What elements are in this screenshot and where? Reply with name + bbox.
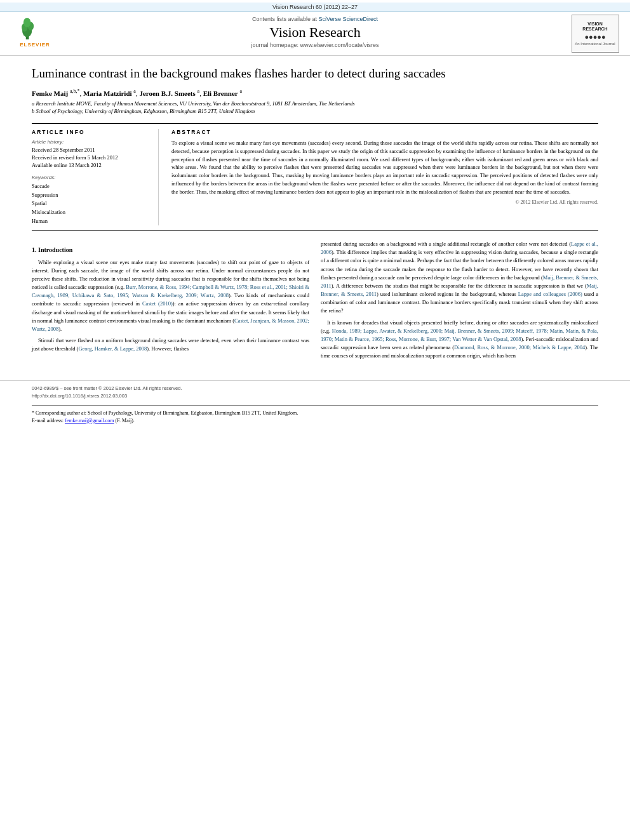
article-info-abstract: Article Info Article history: Received 2… [32,123,598,231]
article-info-label: Article Info [32,129,151,135]
article-content: Luminance contrast in the background mak… [0,56,630,374]
article-history-label: Article history: [32,139,151,145]
affil-sup-a2: a [198,88,200,94]
intro-p4: It is known for decades that visual obje… [321,319,598,361]
keyword-human: Human [32,217,151,226]
ref-diamond[interactable]: Diamond, Ross, & Morrone, 2000; Michels … [454,344,585,350]
journal-header: Vision Research 60 (2012) 22–27 ELSEVIER… [0,0,630,56]
article-title: Luminance contrast in the background mak… [32,66,598,82]
body-col-left: 1. Introduction While exploring a visual… [32,240,309,363]
intro-p3: presented during saccades on a backgroun… [321,240,598,316]
ref-lappe2006[interactable]: Lappe et al., 2006 [321,241,598,255]
ref-georg[interactable]: Georg, Hamker, & Lappe, 2008 [78,345,147,352]
affiliations: a Research Institute MOVE, Faculty of Hu… [32,100,598,116]
elsevier-tree-icon [19,17,51,41]
author-jeroen: Jeroen B.J. Smeets [139,89,195,97]
journal-title: Vision Research [269,24,360,41]
email-link[interactable]: femke.maij@gmail.com [65,418,114,423]
available-online-date: Available online 13 March 2012 [32,162,151,168]
journal-homepage: journal homepage: www.elsevier.com/locat… [251,42,379,48]
affiliation-b: b School of Psychology, University of Bi… [32,108,598,116]
footnote-email-line: E-mail address: femke.maij@gmail.com (F.… [32,417,598,425]
intro-p1: While exploring a visual scene our eyes … [32,258,309,334]
footnote-section: * Corresponding author at: School of Psy… [32,405,598,425]
journal-header-center: Contents lists available at SciVerse Sci… [64,12,566,55]
author-eli: Eli Brenner [203,89,238,97]
article-footer: 0042-6989/$ – see front matter © 2012 El… [0,380,630,429]
email-label: E-mail address: [32,418,64,423]
ref-honda[interactable]: Honda, 1989; Lappe, Awater, & Krekelberg… [321,328,598,342]
footnote-corresponding: * Corresponding author at: School of Psy… [32,410,598,417]
keyword-mislocalization: Mislocalization [32,208,151,217]
contents-text: Contents lists available at [252,16,317,22]
author-maria: Maria Matziridi [83,89,132,97]
ref-burr[interactable]: Burr, Morrone, & Ross, 1994; Campbell & … [32,284,309,298]
keyword-saccade: Saccade [32,182,151,191]
body-col-right: presented during saccades on a backgroun… [321,240,598,363]
ref-maij2011[interactable]: Maij, Brenner, & Smeets, 2011 [321,274,598,289]
citation-text: Vision Research 60 (2012) 22–27 [272,4,358,10]
vr-logo-text: VISIONRESEARCH [582,22,607,32]
abstract-col: ABSTRACT To explore a visual scene we ma… [171,129,598,225]
abstract-label: ABSTRACT [171,129,598,135]
authors-line: Femke Maij a,b,*, Maria Matziridi a, Jer… [32,88,598,97]
affil-sup-ab: a,b,* [70,88,80,94]
keywords-section: Keywords: Saccade Suppression Spatial Mi… [32,175,151,225]
affiliation-a: a Research Institute MOVE, Faculty of Hu… [32,100,598,108]
footer-doi: http://dx.doi.org/10.1016/j.visres.2012.… [32,392,598,400]
ref-castet2010[interactable]: Castet (2010) [142,300,173,307]
article-info-col: Article Info Article history: Received 2… [32,129,159,225]
keyword-spatial: Spatial [32,199,151,208]
email-suffix: (F. Maij). [116,418,135,423]
elsevier-logo: ELSEVIER [6,12,64,55]
intro-p2: Stimuli that were flashed on a uniform b… [32,337,309,353]
ref-castet2002[interactable]: Castet, Jeanjean, & Masson, 2002; Wurtz,… [32,317,309,332]
author-femke: Femke Maij [32,89,68,97]
affil-sup-a1: a [133,88,136,94]
footer-issn: 0042-6989/$ – see front matter © 2012 El… [32,385,598,392]
affil-sup-a3: a [240,88,243,94]
vr-logo-subtitle: An International Journal [575,42,615,46]
keyword-suppression: Suppression [32,191,151,200]
body-content: 1. Introduction While exploring a visual… [32,240,598,363]
vr-logo-dots: ●●●●● [584,33,605,41]
received-date: Received 28 September 2011 [32,147,151,153]
copyright-line: © 2012 Elsevier Ltd. All rights reserved… [171,199,598,205]
ref-lappe-colls[interactable]: Lappe and colleagues (2006) [518,291,582,297]
vision-research-logo: VISIONRESEARCH ●●●●● An International Jo… [566,12,624,55]
svg-point-4 [23,17,30,27]
abstract-text: To explore a visual scene we make many f… [171,139,598,196]
received-revised-date: Received in revised form 5 March 2012 [32,154,151,161]
intro-heading: 1. Introduction [32,245,309,255]
sciverse-text: Contents lists available at SciVerse Sci… [252,16,378,22]
citation-bar: Vision Research 60 (2012) 22–27 [0,3,630,12]
elsevier-label: ELSEVIER [20,42,50,48]
keywords-label: Keywords: [32,175,151,180]
sciverse-link[interactable]: SciVerse ScienceDirect [319,16,379,22]
